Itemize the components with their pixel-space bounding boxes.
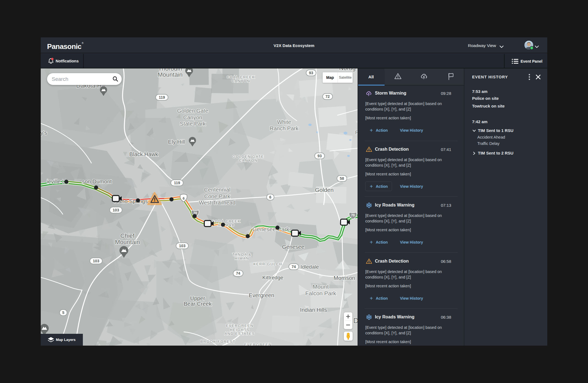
- svg-text:Bear Creek: Bear Creek: [184, 301, 212, 307]
- svg-text:Kittredge: Kittredge: [262, 275, 283, 280]
- svg-text:Mountain: Mountain: [158, 71, 183, 78]
- svg-text:6: 6: [183, 196, 184, 200]
- svg-text:GOLDEN GATE: GOLDEN GATE: [233, 155, 264, 159]
- svg-text:KERR GULCH: KERR GULCH: [253, 262, 282, 266]
- svg-text:White: White: [277, 119, 291, 125]
- svg-text:COAL CREEK: COAL CREEK: [227, 75, 255, 79]
- svg-text:93: 93: [309, 71, 313, 75]
- svg-text:103: 103: [179, 244, 186, 248]
- svg-text:93: 93: [317, 154, 322, 158]
- svg-text:AN M&B: AN M&B: [218, 223, 235, 227]
- svg-text:Genesee Park: Genesee Park: [252, 226, 290, 232]
- svg-text:5: 5: [62, 310, 64, 315]
- svg-text:Genesee: Genesee: [282, 244, 304, 250]
- svg-text:Indian Hills: Indian Hills: [300, 307, 327, 313]
- svg-text:58: 58: [340, 176, 344, 181]
- svg-text:119: 119: [174, 181, 180, 185]
- svg-text:Upper: Upper: [190, 295, 205, 301]
- svg-text:Morrison: Morrison: [334, 275, 355, 281]
- svg-text:Black Hawk: Black Hawk: [129, 151, 158, 157]
- svg-text:Canyon: Canyon: [183, 114, 202, 120]
- svg-text:Golden: Golden: [315, 187, 334, 193]
- svg-text:CANYON: CANYON: [232, 79, 250, 83]
- svg-text:SODA CREEK: SODA CREEK: [212, 219, 241, 223]
- svg-text:West Trailhead: West Trailhead: [199, 200, 235, 206]
- svg-text:74: 74: [292, 264, 296, 269]
- svg-text:EVERGREEN: EVERGREEN: [244, 343, 272, 346]
- svg-text:Evergreen: Evergreen: [249, 292, 274, 298]
- svg-text:Ely Hill: Ely Hill: [168, 139, 185, 145]
- svg-text:Mountain: Mountain: [115, 239, 140, 246]
- svg-text:6: 6: [269, 195, 271, 199]
- svg-text:D: D: [353, 316, 358, 325]
- svg-text:Centennial: Centennial: [204, 187, 230, 193]
- svg-text:Ranch Park: Ranch Park: [270, 125, 299, 131]
- svg-text:Chief: Chief: [120, 232, 135, 239]
- svg-text:Idledale: Idledale: [301, 264, 319, 270]
- svg-text:72: 72: [325, 94, 330, 99]
- svg-text:HEIGHTS: HEIGHTS: [230, 328, 250, 332]
- svg-text:Cone Park: Cone Park: [204, 193, 230, 199]
- svg-text:HIWAN: HIWAN: [235, 256, 249, 260]
- svg-text:EVERGREEN: EVERGREEN: [226, 324, 254, 328]
- svg-text:74: 74: [236, 271, 240, 275]
- svg-text:103: 103: [113, 208, 119, 212]
- svg-text:Falcon Park: Falcon Park: [305, 290, 336, 296]
- svg-text:103: 103: [93, 259, 99, 263]
- svg-text:70: 70: [351, 213, 355, 217]
- svg-text:y's: y's: [41, 130, 47, 136]
- svg-text:Norug: Norug: [339, 68, 356, 71]
- svg-text:Golden Gate: Golden Gate: [177, 108, 208, 114]
- svg-text:RAL: RAL: [355, 129, 358, 136]
- svg-text:AND ESTATES: AND ESTATES: [225, 332, 255, 336]
- svg-text:BROOK FOREST: BROOK FOREST: [200, 340, 235, 344]
- svg-text:Mount: Mount: [313, 283, 329, 290]
- svg-text:son Dumont: son Dumont: [82, 178, 112, 184]
- svg-text:TANOA &: TANOA &: [232, 252, 251, 257]
- svg-text:State Park: State Park: [180, 121, 206, 127]
- svg-text:CANYON: CANYON: [239, 158, 258, 162]
- svg-text:119: 119: [159, 95, 165, 100]
